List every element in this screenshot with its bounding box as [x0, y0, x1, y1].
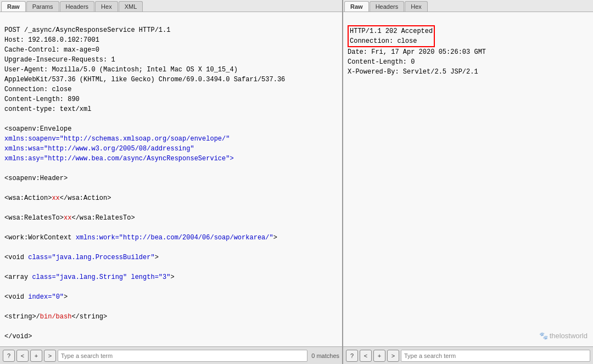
- left-search-input[interactable]: [58, 350, 307, 362]
- left-help-button[interactable]: ?: [3, 350, 15, 362]
- main-area: Raw Params Headers Hex XML POST /_async/…: [0, 0, 593, 364]
- highlighted-response: HTTP/1.1 202 Accepted Connection: close: [348, 25, 435, 47]
- right-help-button[interactable]: ?: [346, 350, 358, 362]
- left-plus-button[interactable]: +: [30, 350, 42, 362]
- tab-headers-right[interactable]: Headers: [370, 1, 405, 12]
- tab-headers-left[interactable]: Headers: [60, 1, 95, 12]
- right-panel: Raw Headers Hex HTTP/1.1 202 Accepted Co…: [343, 0, 593, 364]
- line-ns: xmlns:soapenv="http://schemas.xmlsoap.or…: [4, 135, 234, 163]
- tab-raw-left[interactable]: Raw: [1, 1, 26, 12]
- left-content: POST /_async/AsyncResponseService HTTP/1…: [0, 12, 342, 346]
- right-content: HTTP/1.1 202 Accepted Connection: close …: [343, 12, 593, 346]
- right-plus-button[interactable]: +: [373, 350, 385, 362]
- left-bottom-bar: ? < + > 0 matches: [0, 346, 342, 364]
- right-search-input[interactable]: [401, 350, 590, 362]
- tab-hex-right[interactable]: Hex: [405, 1, 428, 12]
- right-next-button[interactable]: >: [387, 350, 399, 362]
- right-prev-button[interactable]: <: [360, 350, 372, 362]
- right-bottom-bar: ? < + >: [343, 346, 593, 364]
- tab-hex-left[interactable]: Hex: [95, 1, 118, 12]
- watermark: 🐾 thelostworld: [539, 331, 588, 341]
- tab-params-left[interactable]: Params: [26, 1, 59, 12]
- tab-raw-right[interactable]: Raw: [344, 1, 369, 12]
- left-panel: Raw Params Headers Hex XML POST /_async/…: [0, 0, 343, 364]
- left-next-button[interactable]: >: [44, 350, 56, 362]
- left-prev-button[interactable]: <: [16, 350, 29, 362]
- line-1: POST /_async/AsyncResponseService HTTP/1…: [4, 26, 285, 133]
- left-tab-bar: Raw Params Headers Hex XML: [0, 0, 342, 12]
- right-tab-bar: Raw Headers Hex: [343, 0, 593, 12]
- left-matches-label: 0 matches: [311, 352, 339, 359]
- tab-xml-left[interactable]: XML: [119, 1, 143, 12]
